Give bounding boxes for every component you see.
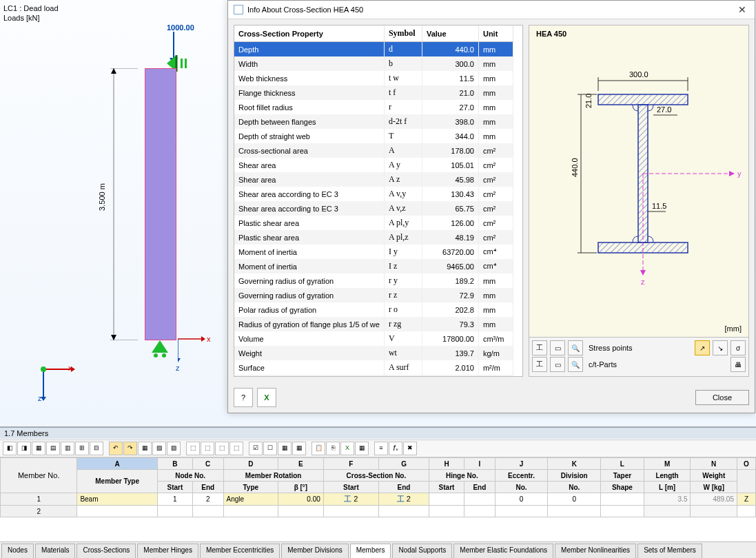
- preview-toolbar: 工 ▭ 🔍 Stress points ↗ ↘ σ 工 ▭ 🔍 c/t-Part…: [529, 338, 749, 377]
- property-row[interactable]: Section factorAm/V112.9211/m: [234, 375, 513, 376]
- table-row[interactable]: 2: [1, 506, 756, 517]
- tab-cross-sections[interactable]: Cross-Sections: [76, 544, 136, 558]
- close-icon[interactable]: ✕: [735, 4, 749, 15]
- tool-axis2-icon[interactable]: ↘: [713, 340, 728, 355]
- property-row[interactable]: Governing radius of gyrationr y189.2mm: [234, 273, 513, 288]
- toolbar-icon[interactable]: ⬚: [215, 442, 229, 455]
- property-row[interactable]: Depthd440.0mm: [234, 42, 513, 57]
- tab-member-divisions[interactable]: Member Divisions: [281, 544, 348, 558]
- help-button[interactable]: ?: [234, 388, 253, 407]
- header-property[interactable]: Cross-Section Property: [234, 25, 384, 42]
- toolbar-icon[interactable]: ↷: [123, 442, 137, 455]
- toolbar-icon[interactable]: ⊟: [90, 442, 103, 455]
- tab-member-hinges[interactable]: Member Hinges: [137, 544, 198, 558]
- dialog-icon: [234, 5, 243, 14]
- members-table[interactable]: Member No. ABCDEFGHIJKLMNO Member Type N…: [0, 457, 756, 539]
- tab-member-nonlinearities[interactable]: Member Nonlinearities: [555, 544, 636, 558]
- tool-ct1-icon[interactable]: 工: [532, 357, 547, 372]
- tool-print-icon[interactable]: 🖶: [731, 357, 746, 372]
- property-row[interactable]: VolumeV17800.00cm³/m: [234, 331, 513, 346]
- toolbar-icon[interactable]: X: [340, 442, 354, 455]
- ct-parts-label: c/t-Parts: [589, 360, 617, 369]
- beam-element[interactable]: [145, 68, 176, 340]
- toolbar-icon[interactable]: ✖: [403, 442, 417, 455]
- svg-text:11.5: 11.5: [652, 202, 666, 210]
- header-symbol[interactable]: Symbol: [384, 25, 422, 42]
- dialog-titlebar[interactable]: Info About Cross-Section HEA 450 ✕: [228, 1, 755, 19]
- tool-section-icon[interactable]: 工: [532, 340, 547, 355]
- toolbar-icon[interactable]: ▦: [292, 442, 306, 455]
- toolbar-icon[interactable]: ☐: [263, 442, 277, 455]
- property-row[interactable]: Moment of inertiaI y63720.00cm⁴: [234, 245, 513, 259]
- property-row[interactable]: Web thicknesst w11.5mm: [234, 71, 513, 85]
- svg-marker-20: [201, 336, 205, 342]
- property-row[interactable]: Widthb300.0mm: [234, 56, 513, 71]
- toolbar-icon[interactable]: ⊞: [75, 442, 89, 455]
- toolbar-icon[interactable]: ▧: [152, 442, 166, 455]
- property-row[interactable]: Depth of straight webT344.0mm: [234, 129, 513, 143]
- property-row[interactable]: Radius of gyration of flange plus 1/5 of…: [234, 317, 513, 331]
- property-row[interactable]: Plastic shear areaA pl,y126.00cm²: [234, 216, 513, 230]
- col-member-no[interactable]: Member No.: [1, 458, 77, 493]
- svg-text:300.0: 300.0: [629, 70, 648, 79]
- tab-member-elastic-foundations[interactable]: Member Elastic Foundations: [453, 544, 553, 558]
- tool-stress-icon[interactable]: 🔍: [568, 340, 583, 355]
- toolbar-icon[interactable]: ↶: [109, 442, 123, 455]
- property-row[interactable]: Shear area according to EC 3A v,y130.43c…: [234, 187, 513, 201]
- header-value[interactable]: Value: [422, 25, 478, 42]
- property-row[interactable]: Depth between flangesd-2t f398.0mm: [234, 114, 513, 129]
- property-row[interactable]: Root fillet radiusr27.0mm: [234, 100, 513, 114]
- toolbar-icon[interactable]: ▨: [167, 442, 181, 455]
- tab-nodes[interactable]: Nodes: [1, 544, 34, 558]
- tool-dims-icon[interactable]: ▭: [550, 340, 565, 355]
- header-unit[interactable]: Unit: [478, 25, 513, 42]
- local-axes-icon: x z: [178, 333, 212, 369]
- toolbar-icon[interactable]: ☑: [249, 442, 263, 455]
- toolbar-icon[interactable]: ⬚: [229, 442, 243, 455]
- toolbar-icon[interactable]: ▦: [138, 442, 152, 455]
- property-row[interactable]: Governing radius of gyrationr z72.9mm: [234, 288, 513, 302]
- property-row[interactable]: Polar radius of gyrationr o202.8mm: [234, 302, 513, 317]
- toolbar-icon[interactable]: ▦: [355, 442, 369, 455]
- section-preview[interactable]: HEA 450 [mm] 300.0 21.0 27.0: [529, 25, 749, 338]
- tab-member-eccentricities[interactable]: Member Eccentricities: [200, 544, 280, 558]
- toolbar-icon[interactable]: ▦: [32, 442, 45, 455]
- svg-point-7: [154, 353, 158, 358]
- svg-marker-12: [111, 68, 116, 74]
- tab-materials[interactable]: Materials: [35, 544, 76, 558]
- toolbar-icon[interactable]: ⬚: [201, 442, 214, 455]
- property-row[interactable]: Shear areaA y105.01cm²: [234, 158, 513, 172]
- svg-text:21.0: 21.0: [584, 94, 593, 108]
- tool-axis1-icon[interactable]: ↗: [695, 340, 710, 355]
- toolbar-icon[interactable]: 📋: [311, 442, 325, 455]
- toolbar-icon[interactable]: ⎘: [326, 442, 340, 455]
- svg-text:y: y: [737, 169, 742, 178]
- property-row[interactable]: SurfaceA surf2.010m²/m: [234, 360, 513, 375]
- toolbar-icon[interactable]: ▤: [46, 442, 60, 455]
- property-table[interactable]: Cross-Section Property Symbol Value Unit…: [234, 25, 522, 376]
- property-row[interactable]: Shear area according to EC 3A v,z65.75cm…: [234, 201, 513, 216]
- property-row[interactable]: Flange thicknesst f21.0mm: [234, 85, 513, 100]
- tool-sigma-icon[interactable]: σ: [731, 340, 746, 355]
- tool-ct2-icon[interactable]: ▭: [550, 357, 565, 372]
- excel-export-button[interactable]: X: [257, 388, 276, 407]
- toolbar-icon[interactable]: fₓ: [389, 442, 402, 455]
- table-row[interactable]: 1 Beam 12 Angle 0.00 工 2 工 2 00 3.5 489.…: [1, 493, 756, 506]
- toolbar-icon[interactable]: ≡: [374, 442, 388, 455]
- tool-ct3-icon[interactable]: 🔍: [568, 357, 583, 372]
- toolbar-icon[interactable]: ▦: [278, 442, 292, 455]
- tab-members[interactable]: Members: [350, 544, 391, 558]
- tab-nodal-supports[interactable]: Nodal Supports: [392, 544, 452, 558]
- property-row[interactable]: Plastic shear areaA pl,z48.19cm²: [234, 230, 513, 245]
- toolbar-icon[interactable]: ▥: [61, 442, 74, 455]
- toolbar-icon[interactable]: ◨: [17, 442, 31, 455]
- property-row[interactable]: Shear areaA z45.98cm²: [234, 172, 513, 187]
- toolbar-icon[interactable]: ◧: [3, 442, 17, 455]
- svg-rect-5: [185, 59, 187, 68]
- tab-sets-of-members[interactable]: Sets of Members: [637, 544, 702, 558]
- property-row[interactable]: Cross-sectional areaA178.00cm²: [234, 143, 513, 158]
- property-row[interactable]: Moment of inertiaI z9465.00cm⁴: [234, 259, 513, 273]
- property-row[interactable]: Weightwt139.7kg/m: [234, 346, 513, 360]
- toolbar-icon[interactable]: ⬚: [186, 442, 200, 455]
- close-button[interactable]: Close: [695, 390, 749, 405]
